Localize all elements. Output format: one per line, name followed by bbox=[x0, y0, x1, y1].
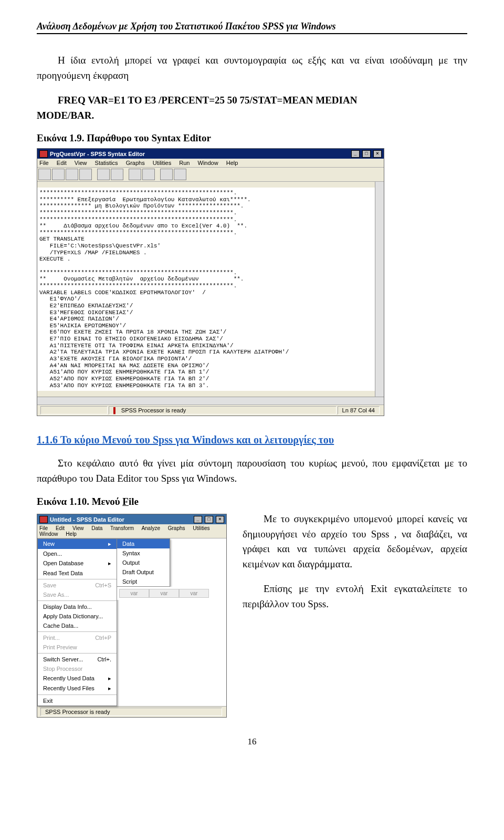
submenu-item[interactable]: Script bbox=[117, 577, 170, 586]
menu-item: Save As... bbox=[38, 590, 117, 599]
menu-item[interactable]: Apply Data Dictionary... bbox=[38, 611, 117, 621]
data-editor-window: Untitled - SPSS Data Editor _ □ × File E… bbox=[37, 514, 227, 718]
title-bar[interactable]: PrgQuestVpr - SPSS Syntax Editor _ □ × bbox=[37, 149, 384, 159]
menu-item: Print Preview bbox=[38, 642, 117, 652]
code-line-1: FREQ VAR=E1 TO E3 /PERCENT=25 50 75/STAT… bbox=[37, 93, 467, 108]
menu-item[interactable]: Read Text Data bbox=[38, 568, 117, 578]
status-bar: SPSS Processor is ready bbox=[37, 706, 226, 717]
toolbar-button[interactable] bbox=[38, 169, 51, 180]
menu-graphs[interactable]: Graphs bbox=[126, 160, 145, 166]
window-title: PrgQuestVpr - SPSS Syntax Editor bbox=[50, 151, 145, 157]
menu-window[interactable]: Window bbox=[39, 531, 58, 537]
toolbar-button[interactable] bbox=[79, 169, 92, 180]
menu-edit[interactable]: Edit bbox=[56, 525, 65, 531]
window-controls[interactable]: _ □ × bbox=[193, 515, 224, 523]
menu-statistics[interactable]: Statistics bbox=[95, 160, 118, 166]
minimize-button[interactable]: _ bbox=[194, 516, 202, 523]
toolbar-button[interactable] bbox=[129, 169, 141, 180]
section-title: 1.1.6 Το κύριο Μενού του Spss για Window… bbox=[37, 434, 467, 446]
app-icon bbox=[39, 516, 48, 523]
column-header[interactable]: var bbox=[179, 589, 209, 598]
figure-caption-2: Εικόνα 1.10. Μενού File bbox=[37, 496, 467, 507]
toolbar-button[interactable] bbox=[111, 169, 123, 180]
menu-view[interactable]: View bbox=[72, 525, 84, 531]
toolbar-button[interactable] bbox=[66, 169, 78, 180]
menu-item: Print...Ctrl+P bbox=[38, 633, 117, 642]
menu-bar[interactable]: File Edit View Data Transform Analyze Gr… bbox=[37, 524, 226, 538]
menu-analyze[interactable]: Analyze bbox=[141, 525, 160, 531]
figure-caption-1: Εικόνα 1.9. Παράθυρο του Syntax Editor bbox=[37, 132, 467, 144]
menu-window[interactable]: Window bbox=[198, 160, 218, 166]
data-grid[interactable]: var var var bbox=[117, 587, 211, 600]
column-header[interactable]: var bbox=[119, 589, 149, 598]
submenu-item[interactable]: Data bbox=[117, 539, 170, 548]
toolbar-button[interactable] bbox=[174, 169, 186, 180]
syntax-editor-window: PrgQuestVpr - SPSS Syntax Editor _ □ × F… bbox=[37, 148, 384, 416]
menu-item[interactable]: Recently Used Data▸ bbox=[38, 673, 117, 683]
menu-help[interactable]: Help bbox=[66, 531, 77, 537]
page-header: Ανάλυση Δεδομένων με Χρήση του Στατιστικ… bbox=[37, 21, 467, 34]
window-title: Untitled - SPSS Data Editor bbox=[50, 516, 124, 523]
maximize-button[interactable]: □ bbox=[362, 150, 371, 158]
menu-data[interactable]: Data bbox=[91, 525, 102, 531]
status-bar: ▌ SPSS Processor is ready Ln 87 Col 44 bbox=[37, 405, 384, 416]
menu-edit[interactable]: Edit bbox=[57, 160, 67, 166]
menu-item[interactable]: New▸ bbox=[38, 539, 117, 549]
menu-run[interactable]: Run bbox=[179, 160, 190, 166]
paragraph-intro: Η ίδια εντολή μπορεί να γραφεί και συντο… bbox=[37, 53, 467, 83]
title-bar[interactable]: Untitled - SPSS Data Editor _ □ × bbox=[37, 514, 226, 524]
submenu-item[interactable]: Output bbox=[117, 558, 170, 567]
menu-item[interactable]: Display Data Info... bbox=[38, 602, 117, 611]
menu-item[interactable]: Exit bbox=[38, 696, 117, 706]
window-controls[interactable]: _ □ × bbox=[350, 150, 382, 158]
menu-item: SaveCtrl+S bbox=[38, 580, 117, 590]
toolbar-button[interactable] bbox=[160, 169, 173, 180]
page-number: 16 bbox=[37, 737, 467, 747]
close-button[interactable]: × bbox=[216, 516, 224, 523]
submenu-item[interactable]: Draft Output bbox=[117, 567, 170, 577]
menu-item[interactable]: Recently Used Files▸ bbox=[38, 683, 117, 693]
menu-utilities[interactable]: Utilities bbox=[193, 525, 209, 531]
vertical-scrollbar[interactable] bbox=[375, 182, 384, 397]
toolbar-button[interactable] bbox=[97, 169, 110, 180]
menu-file[interactable]: File bbox=[39, 525, 48, 531]
processor-icon: ▌ bbox=[113, 407, 118, 413]
status-pos: Ln 87 Col 44 bbox=[338, 406, 380, 414]
column-header[interactable]: var bbox=[149, 589, 179, 598]
menu-view[interactable]: View bbox=[75, 160, 87, 166]
status-text: SPSS Processor is ready bbox=[45, 709, 110, 715]
menu-item[interactable]: Cache Data... bbox=[38, 621, 117, 630]
toolbar-button[interactable] bbox=[142, 169, 155, 180]
menu-item: Stop Processor bbox=[38, 664, 117, 673]
close-button[interactable]: × bbox=[373, 150, 382, 158]
menu-help[interactable]: Help bbox=[226, 160, 238, 166]
menu-graphs[interactable]: Graphs bbox=[168, 525, 185, 531]
maximize-button[interactable]: □ bbox=[205, 516, 213, 523]
paragraph-section: Στο κεφάλαιο αυτό θα γίνει μία σύντομη π… bbox=[37, 456, 467, 486]
toolbar-button[interactable] bbox=[52, 169, 65, 180]
app-icon bbox=[39, 150, 48, 158]
horizontal-scrollbar[interactable] bbox=[37, 397, 384, 405]
status-text: SPSS Processor is ready bbox=[121, 407, 186, 413]
menu-item[interactable]: Switch Server...Ctrl+. bbox=[38, 655, 117, 664]
code-line-2: MODE/BAR. bbox=[37, 108, 467, 123]
submenu-item[interactable]: Syntax bbox=[117, 548, 170, 558]
menu-item[interactable]: Open... bbox=[38, 549, 117, 558]
paragraph-file-menu-1: Με το συγκεκριμένο υπομενού μπορεί κανεί… bbox=[243, 512, 467, 572]
toolbar[interactable] bbox=[37, 168, 384, 182]
menu-item[interactable]: Open Database▸ bbox=[38, 558, 117, 568]
menu-bar[interactable]: File Edit View Statistics Graphs Utiliti… bbox=[37, 159, 384, 168]
syntax-text-area[interactable]: ****************************************… bbox=[37, 188, 375, 391]
paragraph-file-menu-2: Επίσης με την εντολή Exit εγκαταλείπετε … bbox=[243, 582, 467, 611]
menu-file[interactable]: File bbox=[39, 160, 49, 166]
file-menu-popup[interactable]: New▸Open...Open Database▸Read Text DataS… bbox=[37, 538, 117, 706]
new-submenu[interactable]: DataSyntaxOutputDraft OutputScript bbox=[117, 538, 170, 587]
minimize-button[interactable]: _ bbox=[351, 150, 360, 158]
menu-utilities[interactable]: Utilities bbox=[153, 160, 171, 166]
menu-transform[interactable]: Transform bbox=[110, 525, 134, 531]
